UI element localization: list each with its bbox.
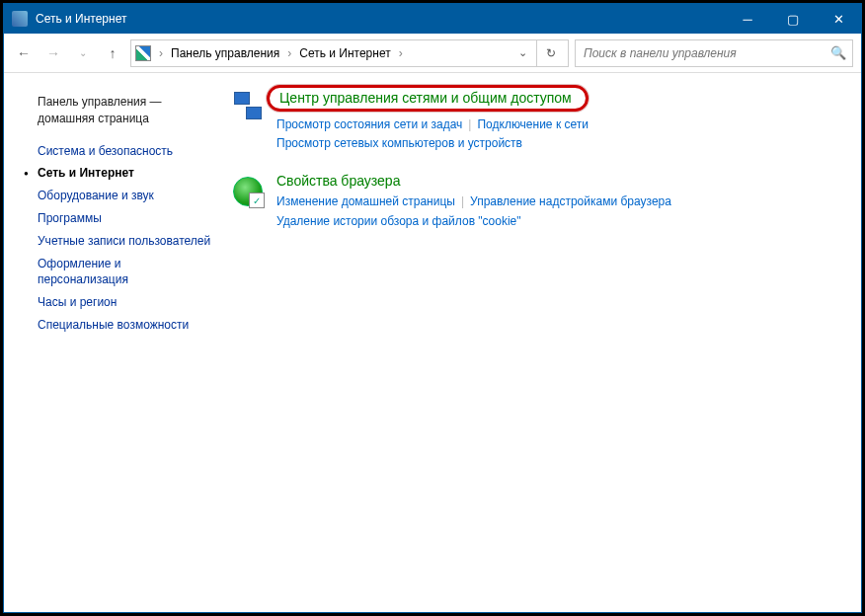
window-title: Сеть и Интернет: [36, 12, 725, 26]
up-button[interactable]: ↑: [101, 41, 124, 65]
minimize-button[interactable]: ─: [725, 4, 770, 34]
refresh-button[interactable]: ↻: [536, 39, 564, 67]
divider: |: [461, 194, 464, 208]
task-link[interactable]: Просмотр сетевых компьютеров и устройств: [276, 136, 522, 150]
window: Сеть и Интернет ─ ▢ ✕ ← → ⌄ ↑ › Панель у…: [3, 3, 862, 613]
search-box[interactable]: 🔍: [575, 39, 853, 67]
task-link[interactable]: Удаление истории обзора и файлов "cookie…: [276, 214, 521, 228]
content: Центр управления сетями и общим доступом…: [221, 73, 861, 612]
sidebar: Панель управления — домашняя страница Си…: [4, 73, 221, 612]
app-icon: [12, 11, 28, 27]
chevron-right-icon[interactable]: ›: [287, 46, 291, 60]
category-lines: Центр управления сетями и общим доступом…: [276, 87, 851, 153]
task-link[interactable]: Подключение к сети: [477, 117, 588, 131]
search-input[interactable]: [582, 45, 830, 61]
task-row: Изменение домашней страницы|Управление н…: [276, 192, 851, 211]
maximize-button[interactable]: ▢: [770, 4, 816, 34]
category-lines: Свойства браузераИзменение домашней стра…: [276, 173, 851, 230]
sidebar-item[interactable]: Учетные записи пользователей: [26, 230, 211, 253]
task-row: Удаление истории обзора и файлов "cookie…: [276, 212, 851, 231]
sidebar-item[interactable]: Программы: [26, 207, 211, 230]
sidebar-item[interactable]: Сеть и Интернет: [26, 162, 211, 185]
divider: |: [468, 117, 471, 131]
chevron-right-icon[interactable]: ›: [159, 46, 163, 60]
task-row: Просмотр состояния сети и задач|Подключе…: [276, 116, 851, 134]
titlebar: Сеть и Интернет ─ ▢ ✕: [4, 4, 861, 34]
address-dropdown-icon[interactable]: ⌄: [511, 41, 534, 65]
task-row: Просмотр сетевых компьютеров и устройств: [276, 134, 851, 153]
sidebar-item[interactable]: Часы и регион: [26, 291, 211, 314]
sidebar-item[interactable]: Специальные возможности: [26, 314, 211, 337]
recent-dropdown-icon[interactable]: ⌄: [71, 41, 95, 65]
breadcrumb-section[interactable]: Сеть и Интернет: [295, 44, 394, 62]
sidebar-home[interactable]: Панель управления — домашняя страница: [26, 91, 211, 130]
body: Панель управления — домашняя страница Си…: [4, 73, 861, 612]
task-link[interactable]: Управление надстройками браузера: [470, 194, 671, 208]
forward-button[interactable]: →: [41, 41, 65, 65]
breadcrumb-root[interactable]: Панель управления: [167, 44, 283, 62]
category-block: Свойства браузераИзменение домашней стра…: [231, 173, 851, 230]
category-heading[interactable]: Центр управления сетями и общим доступом: [267, 85, 589, 112]
sidebar-item[interactable]: Оформление и персонализация: [26, 253, 211, 292]
back-button[interactable]: ←: [12, 41, 36, 65]
category-block: Центр управления сетями и общим доступом…: [231, 87, 851, 153]
globe-icon: [231, 175, 265, 208]
search-icon[interactable]: 🔍: [830, 45, 846, 60]
control-panel-icon: [135, 45, 151, 61]
sidebar-item[interactable]: Оборудование и звук: [26, 185, 211, 207]
close-button[interactable]: ✕: [816, 4, 861, 34]
task-link[interactable]: Изменение домашней страницы: [276, 194, 455, 208]
address-bar[interactable]: › Панель управления › Сеть и Интернет › …: [130, 39, 569, 67]
category-heading[interactable]: Свойства браузера: [276, 173, 400, 189]
chevron-right-icon[interactable]: ›: [399, 46, 403, 60]
sidebar-item[interactable]: Система и безопасность: [26, 140, 211, 163]
task-link[interactable]: Просмотр состояния сети и задач: [276, 117, 462, 131]
network-icon: [231, 89, 265, 122]
toolbar: ← → ⌄ ↑ › Панель управления › Сеть и Инт…: [4, 34, 861, 73]
